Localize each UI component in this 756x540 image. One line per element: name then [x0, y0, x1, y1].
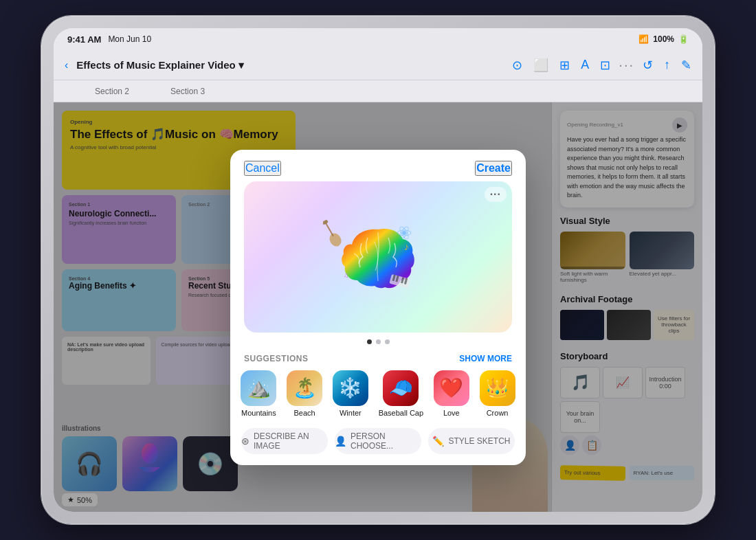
wifi-icon: 📶 [638, 34, 649, 44]
ipad-frame: 9:41 AM Mon Jun 10 📶 100% 🔋 ‹ Effects of… [41, 16, 715, 524]
winter-icon: ❄️ [333, 370, 368, 406]
modal-header: Cancel Create [230, 150, 526, 181]
media-icon[interactable]: ⊡ [600, 58, 610, 73]
status-bar: 9:41 AM Mon Jun 10 📶 100% 🔋 [54, 28, 702, 50]
status-time: 9:41 AM [67, 34, 101, 45]
sketch-label: STYLE SKETCH [448, 436, 510, 446]
battery-text: 100% [653, 34, 674, 44]
brain-svg: ♪ ♫ [323, 202, 433, 312]
baseball-icon: 🧢 [383, 370, 419, 406]
person-label: PERSON CHOOSE... [351, 431, 421, 451]
crown-label: Crown [487, 409, 509, 417]
back-chevron-icon: ‹ [65, 59, 68, 71]
main-content: Opening The Effects of 🎵Music on 🧠Memory… [54, 102, 702, 512]
suggestion-crown[interactable]: 👑 Crown [480, 370, 515, 417]
undo-icon[interactable]: ↺ [643, 58, 653, 73]
tab-section3[interactable]: Section 3 [170, 87, 205, 96]
suggestions-header: SUGGESTIONS SHOW MORE [230, 351, 526, 370]
winter-label: Winter [340, 409, 362, 417]
mountains-icon: ⛰️ [241, 370, 276, 406]
suggestion-beach[interactable]: 🏝️ Beach [287, 370, 322, 417]
svg-rect-3 [325, 223, 334, 236]
page-indicators [230, 333, 526, 351]
modal-actions: ⊛ DESCRIBE AN IMAGE 👤 PERSON CHOOSE... ✏… [230, 425, 526, 465]
status-icons: 📶 100% 🔋 [638, 34, 689, 44]
page-dot-2[interactable] [376, 339, 381, 344]
love-label: Love [443, 409, 460, 417]
page-dot-3[interactable] [385, 339, 390, 344]
toolbar: ‹ Effects of Music Explainer Video ▾ ⊙ ⬜… [54, 50, 702, 80]
share-icon[interactable]: ↑ [664, 58, 670, 72]
battery-icon: 🔋 [678, 34, 689, 44]
create-button[interactable]: Create [475, 161, 512, 176]
ipad-screen: 9:41 AM Mon Jun 10 📶 100% 🔋 ‹ Effects of… [54, 28, 702, 512]
modal-image-area: ♪ ♫ [244, 181, 512, 333]
describe-image-button[interactable]: ⊛ DESCRIBE AN IMAGE [241, 428, 328, 454]
beach-label: Beach [294, 409, 315, 417]
section-tabs: Section 2 Section 3 [54, 80, 702, 102]
svg-text:♪: ♪ [404, 241, 409, 252]
suggestions-grid: ⛰️ Mountains 🏝️ Beach ❄️ Winter 🧢 [230, 370, 526, 425]
toolbar-icons: ⊙ ⬜ ⊞ A ⊡ [512, 58, 610, 73]
show-more-button[interactable]: SHOW MORE [459, 354, 512, 363]
layers-icon[interactable]: ⊞ [559, 58, 570, 73]
image-options-menu[interactable]: ··· [485, 187, 507, 202]
status-date: Mon Jun 10 [108, 34, 151, 44]
crown-icon: 👑 [480, 370, 515, 406]
suggestion-winter[interactable]: ❄️ Winter [333, 370, 368, 417]
tab-section2[interactable]: Section 2 [95, 87, 129, 96]
toolbar-right-icons: ↺ ↑ ✎ [643, 58, 691, 73]
modal-overlay: Cancel Create [54, 102, 702, 512]
describe-icon: ⊛ [241, 436, 249, 447]
svg-point-12 [402, 231, 406, 235]
love-icon: ❤️ [434, 370, 469, 406]
document-icon[interactable]: ⬜ [533, 58, 548, 73]
document-title: Effects of Music Explainer Video ▾ [76, 59, 243, 71]
person-icon: 👤 [335, 436, 346, 447]
suggestion-love[interactable]: ❤️ Love [434, 370, 469, 417]
modal-dialog: Cancel Create [230, 150, 526, 465]
suggestion-baseball[interactable]: 🧢 Baseball Cap [379, 370, 423, 417]
toolbar-dots: ··· [619, 57, 634, 73]
svg-text:♫: ♫ [344, 271, 349, 279]
text-icon[interactable]: A [581, 58, 589, 72]
title-chevron-icon: ▾ [238, 59, 244, 71]
back-button[interactable]: ‹ [65, 59, 68, 71]
suggestion-mountains[interactable]: ⛰️ Mountains [241, 370, 276, 417]
beach-icon: 🏝️ [287, 370, 322, 406]
search-icon[interactable]: ⊙ [512, 58, 522, 73]
ai-image-preview: ♪ ♫ [244, 181, 512, 333]
sketch-icon: ✏️ [432, 436, 444, 447]
edit-icon[interactable]: ✎ [681, 58, 691, 73]
baseball-label: Baseball Cap [379, 409, 423, 417]
describe-label: DESCRIBE AN IMAGE [254, 431, 328, 451]
suggestions-label: SUGGESTIONS [244, 354, 309, 363]
style-sketch-button[interactable]: ✏️ STYLE SKETCH [428, 428, 515, 454]
cancel-button[interactable]: Cancel [244, 161, 281, 176]
person-choose-button[interactable]: 👤 PERSON CHOOSE... [335, 428, 421, 454]
page-dot-1[interactable] [367, 339, 372, 344]
mountains-label: Mountains [241, 409, 276, 417]
